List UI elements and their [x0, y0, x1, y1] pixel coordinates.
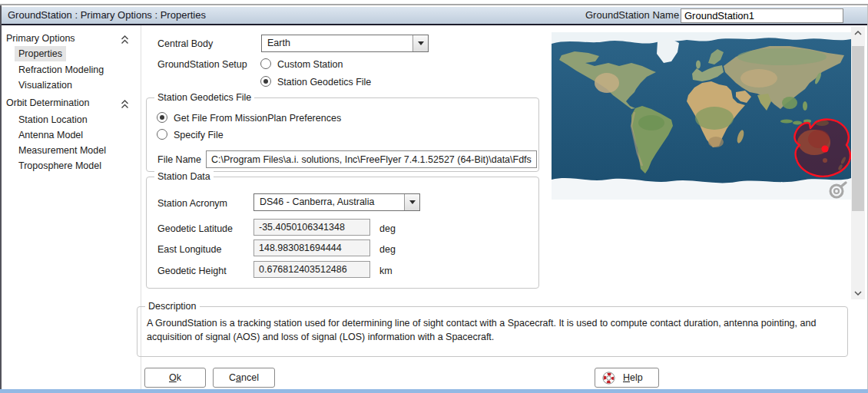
central-body-select[interactable]: Earth [261, 35, 429, 52]
groundstation-properties-dialog: GroundStation : Primary Options : Proper… [0, 0, 868, 393]
groundstation-setup-label: GroundStation Setup [157, 59, 247, 70]
geodetic-latitude-label: Geodetic Latitude [157, 223, 233, 234]
radio-custom-station-label[interactable]: Custom Station [277, 59, 343, 70]
sidebar: Primary Options Properties Refraction Mo… [2, 25, 141, 389]
east-longitude-unit: deg [379, 244, 396, 255]
world-map-preview [552, 32, 851, 200]
description-title: Description [145, 301, 200, 312]
geodetic-latitude-unit: deg [379, 223, 396, 234]
sidebar-item-measurement-model[interactable]: Measurement Model [2, 143, 141, 157]
scrollbar-thumb[interactable] [852, 46, 864, 211]
description-text: A GroundStation is a tracking station us… [147, 316, 838, 344]
geodetic-height-unit: km [379, 266, 393, 276]
help-button[interactable]: Help [595, 368, 659, 388]
chevron-down-icon[interactable] [412, 35, 428, 51]
sidebar-item-station-location[interactable]: Station Location [2, 112, 141, 126]
sidebar-item-visualization[interactable]: Visualization [2, 78, 141, 91]
collapse-chevron-icon[interactable] [121, 99, 129, 113]
cancel-button[interactable]: Cancel [213, 368, 275, 388]
sidebar-section-primary-options[interactable]: Primary Options [6, 31, 137, 45]
sidebar-item-refraction-modeling[interactable]: Refraction Modeling [2, 62, 141, 76]
geodetic-height-label: Geodetic Height [157, 266, 227, 276]
sidebar-item-troposphere-model[interactable]: Troposphere Model [2, 158, 141, 172]
window-top-edge [0, 0, 868, 5]
chevron-down-icon[interactable] [404, 194, 419, 210]
east-longitude-label: East Longitude [157, 244, 221, 255]
radio-station-geodetics-file[interactable] [260, 76, 271, 87]
description-group: Description A GroundStation is a trackin… [137, 306, 848, 357]
group-title: Station Data [154, 171, 214, 183]
ok-button[interactable]: Ok [144, 368, 206, 388]
radio-specify-file-label[interactable]: Specify File [174, 130, 224, 140]
station-marker [821, 145, 828, 152]
scrollbar-up-icon[interactable] [851, 27, 865, 39]
world-map-image [552, 32, 851, 200]
station-acronym-label: Station Acronym [157, 198, 227, 209]
geodetic-height-input[interactable] [253, 261, 370, 278]
dialog-titlebar: GroundStation : Primary Options : Proper… [2, 7, 867, 25]
station-acronym-select[interactable]: DS46 - Canberra, Australia [253, 193, 420, 211]
radio-get-file-from-missionplan[interactable] [157, 112, 167, 123]
east-longitude-input[interactable] [253, 239, 370, 256]
scrollbar-down-icon[interactable] [851, 287, 865, 299]
sidebar-item-antenna-model[interactable]: Antenna Model [2, 127, 141, 141]
groundstation-name-label: GroundStation Name [585, 7, 679, 24]
coverage-area [794, 120, 850, 177]
central-body-label: Central Body [157, 38, 213, 49]
file-name-input[interactable] [206, 150, 537, 168]
vertical-scrollbar[interactable] [851, 27, 865, 299]
radio-get-file-from-missionplan-label[interactable]: Get File From MissionPlan Preferences [174, 113, 341, 124]
sidebar-item-properties[interactable]: Properties [2, 46, 141, 60]
radio-custom-station[interactable] [260, 58, 271, 69]
window-bottom-edge [0, 389, 868, 393]
geodetic-latitude-input[interactable] [253, 219, 370, 236]
page-title: GroundStation : Primary Options : Proper… [8, 7, 206, 24]
sidebar-section-orbit-determination[interactable]: Orbit Determination [6, 96, 137, 110]
radio-specify-file[interactable] [157, 129, 167, 140]
file-name-label: File Name [157, 154, 201, 165]
group-title: Station Geodetics File [154, 92, 254, 104]
life-ring-icon [602, 372, 615, 385]
groundstation-name-input[interactable] [681, 8, 843, 23]
radio-station-geodetics-file-label[interactable]: Station Geodetics File [277, 77, 371, 88]
